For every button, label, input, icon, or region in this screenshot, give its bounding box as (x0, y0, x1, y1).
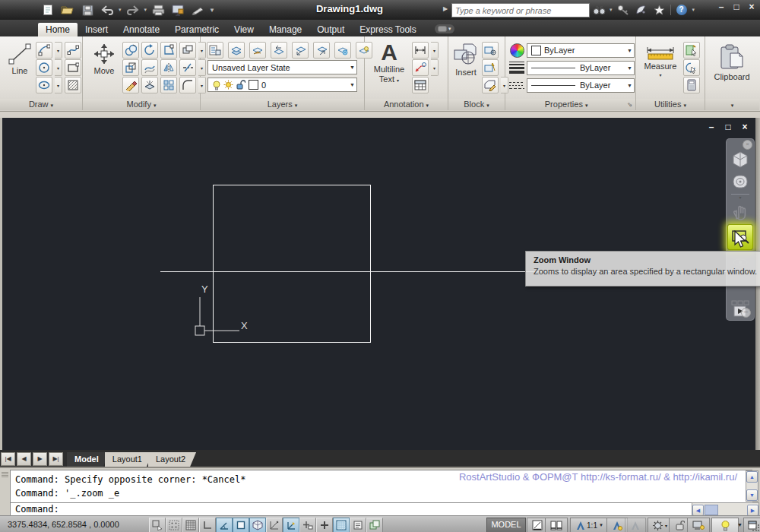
panel-label-block[interactable]: Block ▾ (448, 99, 505, 110)
move-button[interactable]: Move (90, 43, 119, 75)
new-file-icon[interactable] (40, 2, 56, 17)
undo-icon[interactable] (99, 2, 116, 17)
minimize-button[interactable]: – (716, 2, 727, 13)
mirror-icon[interactable] (160, 59, 177, 76)
circle-icon[interactable] (36, 59, 52, 76)
tab-parametric[interactable]: Parametric (167, 23, 226, 36)
ellipse-icon[interactable] (36, 77, 52, 93)
drawing-minimize-button[interactable]: – (706, 122, 717, 133)
lineweight-combo[interactable]: ByLayer▼ (527, 61, 635, 75)
toggle-lineweight[interactable] (316, 518, 333, 532)
ribbon-display-toggle[interactable]: ▾ (435, 24, 454, 33)
quick-view-drawings-icon[interactable] (545, 518, 568, 532)
rectangle-icon[interactable] (65, 59, 81, 76)
stretch-icon[interactable] (160, 42, 177, 59)
tab-home[interactable]: Home (38, 23, 78, 36)
toggle-ortho-mode[interactable] (199, 518, 216, 532)
toggle-object-snap-tracking[interactable] (266, 518, 283, 532)
steering-wheel-icon[interactable] (729, 171, 752, 192)
tab-insert[interactable]: Insert (78, 23, 116, 36)
quick-select-icon[interactable] (683, 42, 700, 59)
previous-layout-button[interactable]: ◀ (17, 452, 31, 466)
leader-dropdown-icon[interactable]: ▾ (431, 59, 439, 76)
scroll-up-icon[interactable]: ▲ (746, 471, 758, 483)
command-history-scrollbar[interactable]: ▲ ▼ (746, 470, 758, 502)
tab-layout1[interactable]: Layout1 (105, 452, 153, 467)
layer-undo-icon[interactable] (271, 42, 287, 59)
line-button[interactable]: Line (5, 43, 34, 75)
toggle-snap-mode[interactable] (166, 518, 182, 532)
tab-output[interactable]: Output (309, 23, 352, 36)
model-space-button[interactable]: MODEL (486, 518, 526, 532)
layer-off-icon[interactable] (249, 42, 266, 59)
panel-label-annotation[interactable]: Annotation ▾ (365, 99, 448, 110)
quick-calc-select-icon[interactable] (683, 59, 700, 76)
redo-icon[interactable] (125, 2, 141, 17)
scroll-down-icon[interactable]: ▼ (746, 489, 758, 501)
favorites-star-icon[interactable] (652, 3, 667, 17)
layer-state-icon[interactable] (228, 42, 245, 59)
panel-label-modify[interactable]: Modify ▾ (83, 99, 200, 110)
drawing-close-button[interactable]: × (739, 122, 750, 133)
pan-hand-icon[interactable] (729, 201, 752, 223)
linetype-combo[interactable]: ByLayer▼ (527, 78, 635, 93)
calculator-icon[interactable] (683, 77, 700, 93)
toggle-polar-tracking[interactable] (216, 518, 233, 532)
overlap-icon[interactable] (179, 42, 196, 59)
erase-icon[interactable] (122, 77, 139, 93)
maximize-button[interactable]: □ (731, 2, 742, 13)
navbar-close-icon[interactable]: × (743, 140, 752, 150)
tab-model[interactable]: Model (67, 452, 109, 467)
paste-button[interactable]: Clipboard (713, 44, 751, 81)
dimension-icon[interactable] (412, 42, 429, 59)
define-attributes-icon[interactable] (482, 77, 499, 93)
properties-palette-icon[interactable] (189, 2, 206, 17)
polyline-icon[interactable] (65, 42, 81, 59)
edit-block-icon[interactable] (482, 59, 499, 76)
redo-dropdown-icon[interactable]: ▾ (144, 7, 147, 13)
panel-launcher-icon[interactable]: ⇘ (627, 99, 632, 110)
qat-customize-dropdown-icon[interactable]: ▼ (209, 7, 215, 14)
toggle-dynamic-input[interactable] (299, 518, 316, 532)
scroll-left-icon[interactable]: ◀ (692, 505, 704, 516)
save-icon[interactable] (79, 2, 96, 17)
panel-label-properties[interactable]: Properties ▾⇘ (505, 99, 635, 110)
trim-icon[interactable] (179, 59, 196, 76)
panel-label-layers[interactable]: Layers ▾ (201, 99, 364, 110)
arc-dropdown-icon[interactable]: ▾ (55, 42, 62, 59)
layer-properties-icon[interactable] (207, 42, 223, 59)
resize-grip[interactable] (752, 524, 759, 532)
color-wheel-icon[interactable] (509, 43, 524, 58)
navbar-customize-icon[interactable]: – (741, 308, 751, 318)
rotate-icon[interactable] (141, 42, 158, 59)
help-icon[interactable]: ? (674, 3, 689, 17)
toggle-transparency[interactable] (333, 518, 350, 532)
first-layout-button[interactable]: |◀ (1, 452, 15, 466)
tab-annotate[interactable]: Annotate (116, 23, 167, 36)
performance-tuner-bulb-icon[interactable] (711, 518, 739, 532)
preview-icon[interactable] (169, 2, 186, 17)
table-icon[interactable] (412, 77, 429, 93)
tab-manage[interactable]: Manage (261, 23, 309, 36)
create-block-icon[interactable] (482, 42, 499, 59)
scroll-right-icon[interactable]: ▶ (747, 505, 758, 516)
help-dropdown-icon[interactable]: ▾ (692, 7, 695, 13)
toggle-infer-constraints[interactable] (149, 518, 166, 532)
annotation-scale-button[interactable]: 1:1 ▼ (570, 518, 610, 532)
command-window-grip[interactable] (0, 470, 10, 517)
tab-express-tools[interactable]: Express Tools (352, 23, 423, 36)
open-file-icon[interactable] (59, 2, 76, 17)
navbar-split-dropdown-icon[interactable]: ▾ (739, 195, 741, 200)
insert-button[interactable]: Insert (451, 43, 481, 77)
status-menu-dropdown-icon[interactable]: ▼ (737, 522, 743, 527)
search-binoculars-icon[interactable] (591, 3, 606, 17)
multiline-text-button[interactable]: A Multiline Text ▾ (369, 41, 409, 85)
drawing-restore-button[interactable]: □ (723, 122, 733, 133)
tab-layout2[interactable]: Layout2 (148, 452, 196, 467)
toggle-object-snap[interactable] (233, 518, 249, 532)
fillet-icon[interactable] (179, 77, 196, 93)
last-layout-button[interactable]: ▶| (49, 452, 63, 466)
search-input[interactable] (452, 6, 589, 15)
communication-center-icon[interactable] (634, 3, 649, 17)
toggle-3d-object-snap[interactable] (249, 518, 266, 532)
